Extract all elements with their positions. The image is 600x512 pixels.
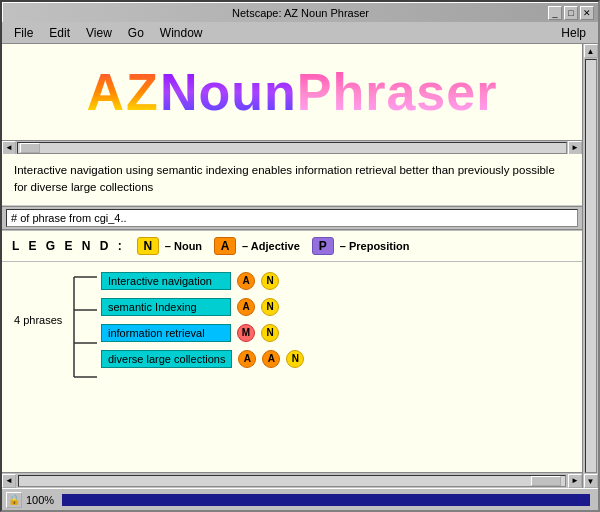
legend-adj: A – Adjective <box>214 237 300 255</box>
circle-n-3: N <box>261 324 279 342</box>
title-phraser: Phraser <box>297 62 498 122</box>
circle-a-1: A <box>237 272 255 290</box>
maximize-button[interactable]: □ <box>564 6 578 20</box>
phrase-tag-2: semantic Indexing <box>101 298 231 316</box>
adj-label: – Adjective <box>242 240 300 252</box>
phrase-tag-4: diverse large collections <box>101 350 232 368</box>
legend-label: L E G E N D : <box>12 239 125 253</box>
phrase-tag-3: information retrieval <box>101 324 231 342</box>
circle-n-1: N <box>261 272 279 290</box>
url-bar <box>2 206 582 230</box>
description-section: Interactive navigation using semantic in… <box>2 154 582 206</box>
menu-file[interactable]: File <box>6 24 41 42</box>
v-scroll-track[interactable] <box>585 59 597 473</box>
scroll-left-arrow[interactable]: ◄ <box>2 141 16 155</box>
title-az: AZ <box>87 62 160 122</box>
scroll-thumb[interactable] <box>20 143 40 153</box>
h-scrollbar-bottom[interactable]: ◄ ► <box>2 472 582 488</box>
circle-m-3: M <box>237 324 255 342</box>
title-noun: Noun <box>160 62 297 122</box>
h-scroll-right[interactable]: ► <box>568 474 582 488</box>
legend-bar: L E G E N D : N – Noun A – Adjective P –… <box>2 230 582 262</box>
title-bar-text: Netscape: AZ Noun Phraser <box>232 7 369 19</box>
adj-badge: A <box>214 237 236 255</box>
list-item: semantic Indexing A N <box>101 298 570 316</box>
circle-n-4: N <box>286 350 304 368</box>
status-progress <box>62 494 590 506</box>
zoom-level: 100% <box>26 494 54 506</box>
h-scroll-thumb-bottom[interactable] <box>531 476 561 486</box>
scroll-down-arrow[interactable]: ▼ <box>584 474 598 488</box>
description-text: Interactive navigation using semantic in… <box>14 162 570 197</box>
scroll-up-arrow[interactable]: ▲ <box>584 44 598 58</box>
prep-label: – Preposition <box>340 240 410 252</box>
title-bar: Netscape: AZ Noun Phraser _ □ ✕ <box>2 2 598 22</box>
legend-prep: P – Preposition <box>312 237 410 255</box>
circle-a-2: A <box>237 298 255 316</box>
circle-a-4a: A <box>238 350 256 368</box>
minimize-button[interactable]: _ <box>548 6 562 20</box>
window-frame: Netscape: AZ Noun Phraser _ □ ✕ File Edi… <box>0 0 600 512</box>
list-item: Interactive navigation A N <box>101 272 570 290</box>
menu-window[interactable]: Window <box>152 24 211 42</box>
noun-label: – Noun <box>165 240 202 252</box>
h-scrollbar-top[interactable]: ◄ ► <box>2 140 582 154</box>
close-button[interactable]: ✕ <box>580 6 594 20</box>
legend-noun: N – Noun <box>137 237 202 255</box>
list-item: information retrieval M N <box>101 324 570 342</box>
prep-badge: P <box>312 237 334 255</box>
phrase-rows: Interactive navigation A N semantic Inde… <box>101 272 570 368</box>
menu-help[interactable]: Help <box>553 24 594 42</box>
noun-badge: N <box>137 237 159 255</box>
circle-n-2: N <box>261 298 279 316</box>
scroll-right-arrow[interactable]: ► <box>568 141 582 155</box>
phrase-area: 4 phrases <box>2 262 582 473</box>
menu-go[interactable]: Go <box>120 24 152 42</box>
tree-lines <box>69 262 104 392</box>
security-icon: 🔒 <box>6 492 22 508</box>
status-bar: 🔒 100% <box>2 488 598 510</box>
v-scrollbar[interactable]: ▲ ▼ <box>582 44 598 488</box>
phrases-count: 4 phrases <box>14 314 69 326</box>
circle-a-4b: A <box>262 350 280 368</box>
menu-edit[interactable]: Edit <box>41 24 78 42</box>
list-item: diverse large collections A A N <box>101 350 570 368</box>
title-graphic: AZNounPhraser <box>2 44 582 140</box>
phrase-tag-1: Interactive navigation <box>101 272 231 290</box>
url-input[interactable] <box>6 209 578 227</box>
menu-view[interactable]: View <box>78 24 120 42</box>
menu-bar: File Edit View Go Window Help <box>2 22 598 44</box>
h-scroll-left[interactable]: ◄ <box>2 474 16 488</box>
